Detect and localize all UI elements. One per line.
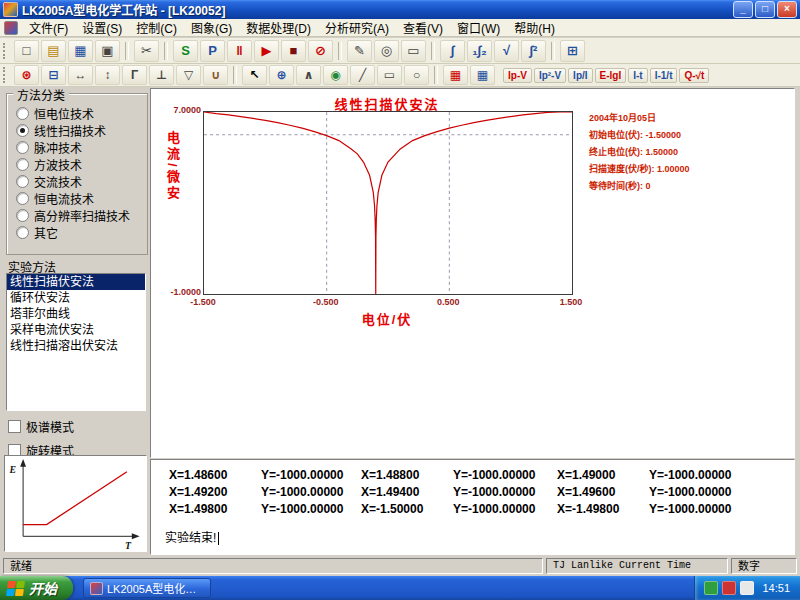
peak-mark-icon[interactable]: ∧ [296, 65, 321, 85]
draw-rect-icon[interactable]: ▭ [377, 65, 402, 85]
plot-mode-button[interactable]: Ip²-V [534, 68, 566, 83]
ime-indicator-icon[interactable] [704, 581, 718, 595]
magnify-icon[interactable]: ◎ [374, 40, 399, 62]
radio-icon [16, 192, 29, 205]
toolbar-grip[interactable] [3, 67, 8, 83]
stop-experiment-icon[interactable]: ■ [281, 40, 306, 62]
mode-checkboxes: 极谱模式旋转模式 [8, 418, 74, 459]
start-button[interactable]: 开始 [0, 576, 73, 600]
data-point: X=-1.50000Y=-1000.00000 [361, 501, 557, 517]
method-option[interactable]: 线性扫描技术 [7, 122, 147, 139]
menu-item[interactable]: 分析研究(A) [318, 18, 396, 37]
new-file-icon[interactable]: □ [14, 40, 39, 62]
toolbar-grip[interactable] [3, 43, 8, 59]
print-icon[interactable]: ▣ [95, 40, 120, 62]
select-pointer-icon[interactable]: ↖ [242, 65, 267, 85]
experiment-method-item[interactable]: 采样电流伏安法 [7, 322, 145, 338]
message-text: 实验结束! [165, 531, 216, 545]
experiment-method-item[interactable]: 塔菲尔曲线 [7, 306, 145, 322]
toolbar-separator [125, 42, 129, 60]
method-option[interactable]: 其它 [7, 224, 147, 241]
expand-x-icon[interactable]: ↔ [68, 65, 93, 85]
grid-view-red-icon[interactable]: ▦ [443, 65, 468, 85]
taskbar: 开始 LK2005A型电化学工作站 14:51 [0, 576, 800, 600]
experiment-method-item[interactable]: 线性扫描溶出伏安法 [7, 338, 145, 354]
draw-line-icon[interactable]: ╱ [350, 65, 375, 85]
measure-ruler-icon[interactable]: ⊥ [149, 65, 174, 85]
electrode-flask-icon[interactable]: ∪ [203, 65, 228, 85]
double-integral-icon[interactable]: ∫² [521, 40, 546, 62]
window-layout-icon[interactable]: ▭ [401, 40, 426, 62]
method-option[interactable]: 高分辨率扫描技术 [7, 207, 147, 224]
plot-box[interactable] [203, 111, 573, 295]
mode-checkbox[interactable]: 极谱模式 [8, 418, 74, 435]
data-y-value: Y=-1000.00000 [649, 467, 731, 483]
signal-preview-panel: E T [4, 455, 147, 552]
menu-item[interactable]: 数据处理(D) [239, 18, 318, 37]
run-experiment-icon[interactable]: ▶ [254, 40, 279, 62]
start-experiment-icon[interactable]: S [173, 40, 198, 62]
open-file-icon[interactable]: ▤ [41, 40, 66, 62]
experiment-method-list[interactable]: 线性扫描伏安法循环伏安法塔菲尔曲线采样电流伏安法线性扫描溶出伏安法 [6, 273, 146, 411]
y-axis-label: 电流/微安 [163, 131, 182, 202]
status-ready: 就绪 [3, 558, 543, 574]
globe-view-icon[interactable]: ◉ [323, 65, 348, 85]
plot-mode-button[interactable]: Ip-V [503, 68, 532, 83]
taskbar-app-button[interactable]: LK2005A型电化学工作站 [83, 578, 211, 598]
draw-ellipse-icon[interactable]: ○ [404, 65, 429, 85]
chart-annotation: 初始电位(伏): -1.50000 [589, 128, 789, 145]
plot-mode-button[interactable]: I-1/t [650, 68, 678, 83]
method-option[interactable]: 交流技术 [7, 173, 147, 190]
restore-icon[interactable]: □ [755, 1, 775, 18]
toolbar-separator [233, 66, 237, 84]
method-option[interactable]: 脉冲技术 [7, 139, 147, 156]
split-window-icon[interactable]: ⊟ [41, 65, 66, 85]
taskbar-app-label: LK2005A型电化学工作站 [107, 580, 204, 596]
menu-item[interactable]: 设置(S) [75, 18, 129, 37]
menu-item[interactable]: 文件(F) [22, 18, 75, 37]
hold-experiment-icon[interactable]: ‖ [227, 40, 252, 62]
cell-settings-icon[interactable]: ⊛ [14, 65, 39, 85]
zoom-region-icon[interactable]: ⊕ [269, 65, 294, 85]
pause-experiment-icon[interactable]: P [200, 40, 225, 62]
sqrt-transform-icon[interactable]: √ [494, 40, 519, 62]
experiment-method-item[interactable]: 循环伏安法 [7, 290, 145, 306]
expand-y-icon[interactable]: ↕ [95, 65, 120, 85]
minimize-icon[interactable]: _ [733, 1, 753, 18]
plot-mode-button[interactable]: I-t [628, 68, 647, 83]
integral-icon[interactable]: ∫ [440, 40, 465, 62]
device-indicator-icon[interactable] [722, 581, 736, 595]
application-window: LK2005A型电化学工作站 - [LK20052] _ □ × 文件(F)设置… [0, 0, 800, 600]
method-option[interactable]: 恒电位技术 [7, 105, 147, 122]
annotate-pen-icon[interactable]: ✎ [347, 40, 372, 62]
x-tick-label: -1.500 [190, 297, 216, 307]
taskbar-clock[interactable]: 14:51 [762, 582, 790, 594]
menu-item[interactable]: 控制(C) [129, 18, 184, 37]
plot-mode-button[interactable]: Ip/I [568, 68, 592, 83]
checkbox-label: 极谱模式 [26, 418, 74, 435]
plot-mode-button[interactable]: Q-√t [679, 68, 709, 83]
baseline-correct-icon[interactable]: Γ [122, 65, 147, 85]
menu-item[interactable]: 帮助(H) [507, 18, 562, 37]
method-category-group: 方法分类 恒电位技术线性扫描技术脉冲技术方波技术交流技术恒电流技术高分辨率扫描技… [6, 93, 148, 255]
volume-indicator-icon[interactable] [740, 581, 754, 595]
plot-mode-button[interactable]: E-lgI [595, 68, 627, 83]
menu-item[interactable]: 图象(G) [184, 18, 239, 37]
method-option[interactable]: 方波技术 [7, 156, 147, 173]
close-icon[interactable]: × [777, 1, 797, 18]
menu-item[interactable]: 窗口(W) [450, 18, 507, 37]
filter-smooth-icon[interactable]: ▽ [176, 65, 201, 85]
grid-view-blue-icon[interactable]: ▦ [470, 65, 495, 85]
method-option-label: 其它 [34, 224, 58, 241]
cut-icon[interactable]: ✂ [134, 40, 159, 62]
data-pad-icon[interactable]: ⊞ [560, 40, 585, 62]
data-x-value: X=1.49200 [169, 484, 261, 500]
menu-bar: 文件(F)设置(S)控制(C)图象(G)数据处理(D)分析研究(A)查看(V)窗… [0, 19, 800, 37]
method-option[interactable]: 恒电流技术 [7, 190, 147, 207]
experiment-method-item[interactable]: 线性扫描伏安法 [7, 274, 145, 290]
half-integral-icon[interactable]: ₁∫₂ [467, 40, 492, 62]
abort-experiment-icon[interactable]: ⊘ [308, 40, 333, 62]
data-point: X=1.49800Y=-1000.00000 [169, 501, 361, 517]
save-file-icon[interactable]: ▦ [68, 40, 93, 62]
menu-item[interactable]: 查看(V) [396, 18, 450, 37]
